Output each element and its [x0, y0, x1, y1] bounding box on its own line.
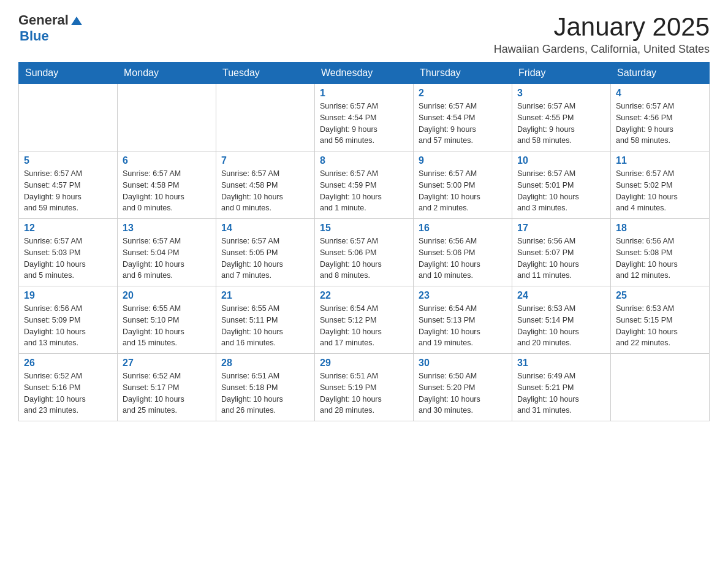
calendar-cell: 15Sunrise: 6:57 AMSunset: 5:06 PMDayligh… [315, 219, 414, 286]
calendar-cell: 2Sunrise: 6:57 AMSunset: 4:54 PMDaylight… [414, 84, 512, 151]
day-info: Sunrise: 6:53 AMSunset: 5:15 PMDaylight:… [616, 303, 704, 349]
calendar-cell: 16Sunrise: 6:56 AMSunset: 5:06 PMDayligh… [414, 219, 512, 286]
calendar-header: SundayMondayTuesdayWednesdayThursdayFrid… [19, 63, 710, 84]
day-number: 1 [320, 88, 408, 99]
calendar-cell: 13Sunrise: 6:57 AMSunset: 5:04 PMDayligh… [118, 219, 216, 286]
day-info: Sunrise: 6:54 AMSunset: 5:12 PMDaylight:… [320, 303, 408, 349]
day-number: 24 [517, 290, 605, 301]
header-thursday: Thursday [414, 63, 512, 84]
header-tuesday: Tuesday [216, 63, 315, 84]
day-number: 2 [419, 88, 507, 99]
calendar-cell: 27Sunrise: 6:52 AMSunset: 5:17 PMDayligh… [118, 354, 216, 421]
day-number: 13 [123, 223, 211, 234]
calendar-cell: 22Sunrise: 6:54 AMSunset: 5:12 PMDayligh… [315, 286, 414, 354]
calendar-cell: 24Sunrise: 6:53 AMSunset: 5:14 PMDayligh… [512, 286, 611, 354]
calendar-cell: 19Sunrise: 6:56 AMSunset: 5:09 PMDayligh… [19, 286, 118, 354]
week-row-2: 5Sunrise: 6:57 AMSunset: 4:57 PMDaylight… [19, 151, 710, 219]
calendar-cell: 21Sunrise: 6:55 AMSunset: 5:11 PMDayligh… [216, 286, 315, 354]
day-info: Sunrise: 6:57 AMSunset: 4:55 PMDaylight:… [517, 101, 605, 147]
day-info: Sunrise: 6:57 AMSunset: 5:01 PMDaylight:… [517, 168, 605, 214]
day-info: Sunrise: 6:57 AMSunset: 4:54 PMDaylight:… [320, 101, 408, 147]
calendar-cell: 1Sunrise: 6:57 AMSunset: 4:54 PMDaylight… [315, 84, 414, 151]
day-number: 16 [419, 223, 507, 234]
day-number: 3 [517, 88, 605, 99]
week-row-5: 26Sunrise: 6:52 AMSunset: 5:16 PMDayligh… [19, 354, 710, 421]
day-number: 9 [419, 155, 507, 166]
logo-triangle-up [71, 17, 82, 25]
week-row-1: 1Sunrise: 6:57 AMSunset: 4:54 PMDaylight… [19, 84, 710, 151]
day-info: Sunrise: 6:51 AMSunset: 5:18 PMDaylight:… [221, 370, 309, 416]
day-number: 23 [419, 290, 507, 301]
day-number: 25 [616, 290, 704, 301]
day-number: 10 [517, 155, 605, 166]
day-info: Sunrise: 6:55 AMSunset: 5:11 PMDaylight:… [221, 303, 309, 349]
calendar-cell: 5Sunrise: 6:57 AMSunset: 4:57 PMDaylight… [19, 151, 118, 219]
day-info: Sunrise: 6:57 AMSunset: 5:02 PMDaylight:… [616, 168, 704, 214]
calendar-cell: 7Sunrise: 6:57 AMSunset: 4:58 PMDaylight… [216, 151, 315, 219]
day-info: Sunrise: 6:56 AMSunset: 5:09 PMDaylight:… [24, 303, 112, 349]
day-number: 27 [123, 358, 211, 369]
day-info: Sunrise: 6:54 AMSunset: 5:13 PMDaylight:… [419, 303, 507, 349]
calendar-cell: 6Sunrise: 6:57 AMSunset: 4:58 PMDaylight… [118, 151, 216, 219]
day-info: Sunrise: 6:57 AMSunset: 4:57 PMDaylight:… [24, 168, 112, 214]
day-info: Sunrise: 6:57 AMSunset: 4:58 PMDaylight:… [123, 168, 211, 214]
header-saturday: Saturday [611, 63, 710, 84]
day-info: Sunrise: 6:57 AMSunset: 4:58 PMDaylight:… [221, 168, 309, 214]
day-info: Sunrise: 6:53 AMSunset: 5:14 PMDaylight:… [517, 303, 605, 349]
day-info: Sunrise: 6:57 AMSunset: 5:00 PMDaylight:… [419, 168, 507, 214]
calendar-cell: 23Sunrise: 6:54 AMSunset: 5:13 PMDayligh… [414, 286, 512, 354]
day-number: 30 [419, 358, 507, 369]
header-wednesday: Wednesday [315, 63, 414, 84]
calendar-cell: 25Sunrise: 6:53 AMSunset: 5:15 PMDayligh… [611, 286, 710, 354]
day-number: 8 [320, 155, 408, 166]
calendar-cell: 28Sunrise: 6:51 AMSunset: 5:18 PMDayligh… [216, 354, 315, 421]
day-number: 12 [24, 223, 112, 234]
day-number: 14 [221, 223, 309, 234]
day-info: Sunrise: 6:50 AMSunset: 5:20 PMDaylight:… [419, 370, 507, 416]
logo-text-general: General [18, 12, 69, 28]
logo-text-blue: Blue [20, 28, 49, 44]
calendar-body: 1Sunrise: 6:57 AMSunset: 4:54 PMDaylight… [19, 84, 710, 421]
calendar-cell: 20Sunrise: 6:55 AMSunset: 5:10 PMDayligh… [118, 286, 216, 354]
week-row-4: 19Sunrise: 6:56 AMSunset: 5:09 PMDayligh… [19, 286, 710, 354]
calendar-cell: 9Sunrise: 6:57 AMSunset: 5:00 PMDaylight… [414, 151, 512, 219]
calendar-cell: 14Sunrise: 6:57 AMSunset: 5:05 PMDayligh… [216, 219, 315, 286]
calendar-cell: 8Sunrise: 6:57 AMSunset: 4:59 PMDaylight… [315, 151, 414, 219]
day-number: 17 [517, 223, 605, 234]
main-title: January 2025 [494, 12, 710, 42]
day-number: 6 [123, 155, 211, 166]
day-number: 21 [221, 290, 309, 301]
week-row-3: 12Sunrise: 6:57 AMSunset: 5:03 PMDayligh… [19, 219, 710, 286]
day-number: 15 [320, 223, 408, 234]
header-sunday: Sunday [19, 63, 118, 84]
subtitle: Hawaiian Gardens, California, United Sta… [494, 43, 710, 56]
calendar-cell [216, 84, 315, 151]
day-number: 31 [517, 358, 605, 369]
day-info: Sunrise: 6:57 AMSunset: 5:06 PMDaylight:… [320, 236, 408, 282]
day-number: 5 [24, 155, 112, 166]
day-info: Sunrise: 6:56 AMSunset: 5:08 PMDaylight:… [616, 236, 704, 282]
day-info: Sunrise: 6:57 AMSunset: 5:05 PMDaylight:… [221, 236, 309, 282]
calendar-cell: 29Sunrise: 6:51 AMSunset: 5:19 PMDayligh… [315, 354, 414, 421]
calendar-cell [611, 354, 710, 421]
day-info: Sunrise: 6:56 AMSunset: 5:07 PMDaylight:… [517, 236, 605, 282]
day-info: Sunrise: 6:57 AMSunset: 5:03 PMDaylight:… [24, 236, 112, 282]
day-number: 7 [221, 155, 309, 166]
logo: General Blue [18, 12, 82, 44]
day-info: Sunrise: 6:55 AMSunset: 5:10 PMDaylight:… [123, 303, 211, 349]
day-number: 19 [24, 290, 112, 301]
day-info: Sunrise: 6:57 AMSunset: 4:56 PMDaylight:… [616, 101, 704, 147]
day-number: 28 [221, 358, 309, 369]
page-header: General Blue January 2025 Hawaiian Garde… [18, 12, 710, 56]
title-section: January 2025 Hawaiian Gardens, Californi… [494, 12, 710, 56]
day-info: Sunrise: 6:52 AMSunset: 5:16 PMDaylight:… [24, 370, 112, 416]
calendar-cell: 3Sunrise: 6:57 AMSunset: 4:55 PMDaylight… [512, 84, 611, 151]
calendar-cell: 4Sunrise: 6:57 AMSunset: 4:56 PMDaylight… [611, 84, 710, 151]
day-info: Sunrise: 6:52 AMSunset: 5:17 PMDaylight:… [123, 370, 211, 416]
day-number: 29 [320, 358, 408, 369]
day-info: Sunrise: 6:57 AMSunset: 4:54 PMDaylight:… [419, 101, 507, 147]
calendar-cell: 26Sunrise: 6:52 AMSunset: 5:16 PMDayligh… [19, 354, 118, 421]
day-number: 22 [320, 290, 408, 301]
day-info: Sunrise: 6:56 AMSunset: 5:06 PMDaylight:… [419, 236, 507, 282]
day-number: 20 [123, 290, 211, 301]
